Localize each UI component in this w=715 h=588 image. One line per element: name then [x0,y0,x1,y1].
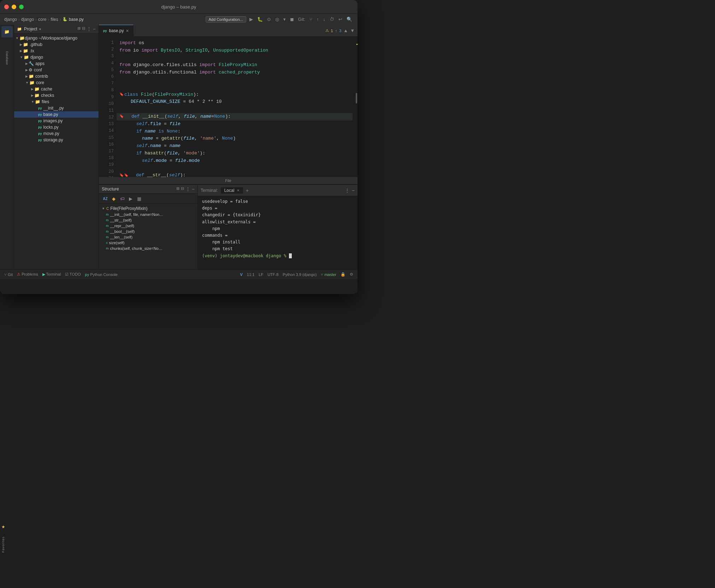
contrib-label: contrib [35,74,48,79]
git-history-icon[interactable]: ⏱ [329,16,335,23]
tree-expand-icon[interactable]: ⊞ [77,26,81,32]
breadcrumb-django2[interactable]: django [21,17,34,22]
tree-files[interactable]: ▼ 📁 files [14,99,99,105]
struct-tag-icon[interactable]: 🏷 [119,195,126,202]
tree-dropdown-icon[interactable]: ▾ [39,27,41,31]
tree-conf[interactable]: ▶ ⚙ conf [14,67,99,73]
minimize-button[interactable] [12,5,16,9]
git-revert-icon[interactable]: ↩ [337,16,343,23]
problems-status[interactable]: ⚠ Problems [17,272,38,277]
git-push-icon[interactable]: ↑ [315,16,320,23]
struct-method-repr[interactable]: m __repr__(self) [99,223,197,229]
terminal-content[interactable]: usedevelop = false deps = changedir = {t… [198,196,358,269]
terminal-minimize-icon[interactable]: − [352,188,355,193]
search-icon[interactable]: 🔍 [345,16,353,23]
struct-method-bool[interactable]: m __bool__(self) [99,229,197,234]
method-icon-size: s [106,241,108,245]
debug-icon[interactable]: 🐛 [256,16,264,23]
tree-django[interactable]: ▼ 📁 django [14,54,99,60]
tree-close-icon[interactable]: − [93,26,96,32]
storage-icon: py [38,138,42,142]
struct-more-icon[interactable]: ⋮ [185,186,190,192]
scroll-up-icon[interactable]: ▲ [343,28,348,33]
terminal-tab-close[interactable]: × [237,188,240,193]
lock-icon[interactable]: 🔒 [341,272,345,277]
tree-storagepy[interactable]: py storage.py [14,137,99,143]
database-icon[interactable]: Database [1,52,13,64]
terminal-add-button[interactable]: + [244,188,250,193]
struct-class-file[interactable]: ▼ C File(FileProxyMixin) [99,205,197,212]
breadcrumb: django › django › core › files › 🐍 base.… [4,17,84,22]
terminal-tab-local[interactable]: Local × [221,187,243,194]
editor-scrollbar[interactable] [353,37,358,177]
tree-more-icon[interactable]: ⋮ [87,26,91,32]
traffic-lights[interactable] [4,5,24,9]
breadcrumb-django[interactable]: django [4,17,17,22]
git-pull-icon[interactable]: ↓ [322,16,327,23]
tree-basepy[interactable]: py base.py [14,111,99,118]
struct-filter-icon[interactable]: ▦ [136,195,143,202]
breadcrumb-basepy[interactable]: base.py [69,17,84,22]
breadcrumb-files[interactable]: files [51,17,58,22]
run-icon[interactable]: ▶ [248,16,254,23]
git-label: Git: [297,16,306,23]
struct-method-chunks[interactable]: m chunks(self, chunk_size=No… [99,246,197,251]
position-status[interactable]: 11:1 [247,272,254,277]
breadcrumb-core[interactable]: core [38,17,46,22]
maximize-button[interactable] [19,5,24,9]
settings-icon[interactable]: ⚙ [350,272,353,277]
cache-arrow: ▶ [31,87,34,91]
tree-collapse-icon[interactable]: ⊟ [82,26,85,32]
structure-title: Structure [102,187,119,192]
tab-close-icon[interactable]: × [126,28,129,34]
tree-checks[interactable]: ▶ 📁 checks [14,92,99,99]
sort-alpha-icon[interactable]: AZ [102,195,109,202]
tab-basepy[interactable]: py base.py × [99,25,134,37]
tree-core[interactable]: ▼ 📁 core [14,80,99,86]
struct-method-str[interactable]: m __str__(self) [99,217,197,223]
struct-diamond-icon[interactable]: ◆ [110,195,117,202]
more-run-icon[interactable]: ▾ [282,16,287,23]
scroll-down-icon[interactable]: ▼ [350,28,355,33]
code-editor[interactable]: 1 2 3 4 5 6 7 8 9 10 11 12 13 14 15 16 1… [99,37,358,177]
python-console-status[interactable]: py Python Console [85,272,118,277]
tree-tx[interactable]: ▶ 📁 .tx [14,48,99,54]
terminal-more-icon[interactable]: ⋮ [345,188,350,193]
scrollbar-thumb[interactable] [356,93,357,104]
tree-root[interactable]: ▼ 📁 django ~/Workspace/django [14,35,99,41]
terminal-status[interactable]: ▶ Terminal [42,272,61,277]
git-status[interactable]: ⑂ Git [4,272,13,277]
coverage-icon[interactable]: ⊙ [266,16,272,23]
tree-lockspy[interactable]: py locks.py [14,124,99,130]
close-button[interactable] [4,5,9,9]
todo-status[interactable]: ☑ TODO [65,272,81,277]
bottom-layout: Structure ⊞ ⊟ ⋮ − AZ ◆ 🏷 ▶ ▦ [99,184,358,269]
vim-icon[interactable]: V [240,272,243,277]
tree-contrib[interactable]: ▶ 📁 contrib [14,73,99,80]
stop-icon[interactable]: ◼ [289,16,295,23]
branch-status[interactable]: ⑂ master [321,272,336,277]
tree-init-py[interactable]: py __init__.py [14,105,99,111]
line-ending-status[interactable]: LF [259,272,263,277]
encoding-status[interactable]: UTF-8 [267,272,278,277]
git-fork-icon[interactable]: ⑂ [308,16,313,23]
struct-terminal-icon[interactable]: ▶ [127,195,134,202]
struct-method-len[interactable]: m __len__(self) [99,234,197,240]
project-icon[interactable]: 📁 [1,26,13,37]
python-version-status[interactable]: Python 3.9 (django) [283,272,317,277]
warning-count-icon: ⚠ [325,28,329,33]
struct-close-icon[interactable]: − [192,186,195,192]
struct-method-size[interactable]: s size(self) [99,240,197,246]
tree-imagespy[interactable]: py images.py [14,118,99,124]
branch-label: master [324,272,336,277]
struct-collapse-icon[interactable]: ⊟ [181,186,184,192]
struct-method-init[interactable]: m __init__(self, file, name=Non… [99,212,197,217]
profile-icon[interactable]: ◎ [274,16,280,23]
tree-cache[interactable]: ▶ 📁 cache [14,86,99,92]
contrib-icon: 📁 [29,74,34,79]
struct-expand-icon[interactable]: ⊞ [176,186,179,192]
tree-github[interactable]: ▶ 📁 .github [14,41,99,48]
add-configuration-button[interactable]: Add Configuration... [206,16,246,23]
tree-apps[interactable]: ▶ 🔧 apps [14,60,99,67]
tree-movepy[interactable]: py move.py [14,130,99,137]
